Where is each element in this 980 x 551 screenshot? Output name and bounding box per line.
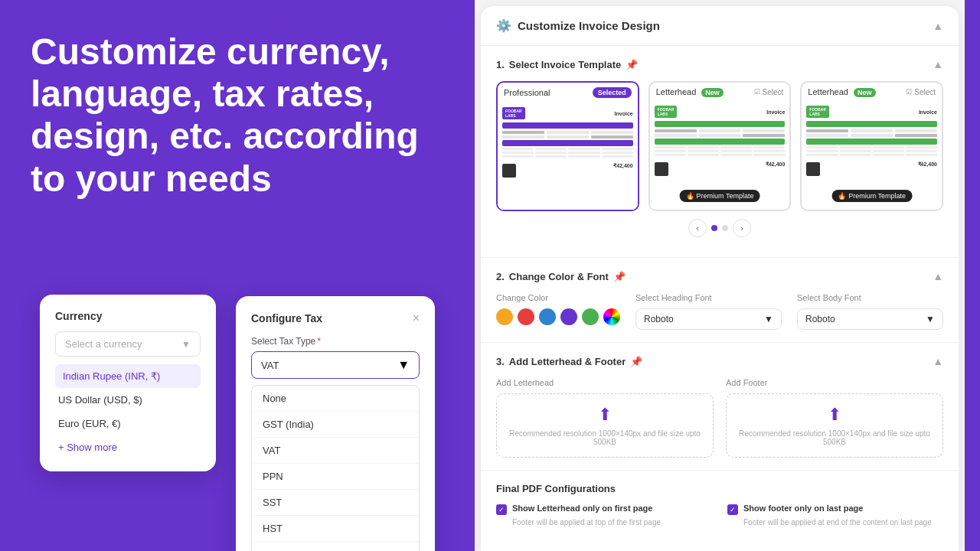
color-group: Change Color — [496, 293, 620, 325]
color-font-grid: Change Color Select Heading Font Roboto — [496, 293, 943, 330]
tax-option-sst[interactable]: SST — [252, 490, 419, 516]
template-preview-3: FOOBARLABS Invoice — [802, 101, 942, 208]
currency-option-eur[interactable]: Euro (EUR, €) — [55, 412, 201, 435]
checkbox-letterhead-sub: Footer will be applied at top of the fir… — [512, 518, 712, 527]
template-card-letterhead-2[interactable]: Letterhead New ☑ Select FOOBARLABS In — [800, 81, 943, 211]
checkbox-row-1: Show Letterhead only on first page — [496, 504, 712, 515]
currency-select-placeholder: Select a currency — [65, 338, 142, 350]
currency-option-usd[interactable]: US Dollar (USD, $) — [55, 388, 201, 412]
template-preview-1: FOOBARLABS Invoice — [498, 103, 638, 210]
body-font-select[interactable]: Roboto ▼ — [797, 308, 943, 330]
tax-select-value: VAT — [261, 360, 279, 371]
tax-option-hst[interactable]: HST — [252, 516, 419, 542]
tax-card: Configure Tax × Select Tax Type* VAT ▼ N… — [236, 296, 435, 551]
color-swatch-purple[interactable] — [560, 308, 577, 325]
color-font-collapse[interactable]: ▲ — [933, 270, 943, 282]
tax-option-none[interactable]: None — [252, 386, 419, 412]
panel-title: Customize Invoice Design — [518, 19, 660, 32]
carousel-prev[interactable]: ‹ — [688, 219, 707, 237]
dot-2[interactable] — [722, 225, 728, 231]
footer-upload-label: Add Footer — [726, 378, 943, 387]
template-section: 1. Select Invoice Template 📌 ▲ Professio… — [481, 46, 959, 258]
premium-badge-1: 🔥 Premium Template — [680, 190, 760, 202]
currency-select-box[interactable]: Select a currency ▼ — [55, 331, 201, 357]
heading-font-label: Select Heading Font — [635, 293, 782, 302]
body-font-label: Select Body Font — [797, 293, 943, 302]
template-card-header-1: Professional Selected — [498, 83, 638, 103]
chevron-down-icon-font1: ▼ — [764, 314, 773, 324]
new-badge-1: New — [701, 88, 724, 97]
pdf-config-section: Final PDF Configurations Show Letterhead… — [481, 471, 959, 539]
color-swatches — [496, 308, 620, 325]
new-badge-2: New — [854, 88, 876, 97]
template-card-professional[interactable]: Professional Selected FOOBARLABS Invoice — [496, 81, 639, 211]
section-header: 1. Select Invoice Template 📌 ▲ — [496, 58, 943, 70]
pdf-config-grid: Show Letterhead only on first page Foote… — [496, 504, 943, 527]
tax-option-ppn[interactable]: PPN — [252, 464, 419, 490]
color-swatch-green[interactable] — [582, 308, 599, 325]
star-icon-2: 📌 — [613, 271, 626, 282]
heading-font-group: Select Heading Font Roboto ▼ — [635, 293, 782, 330]
checkbox-footer[interactable] — [727, 504, 738, 515]
select-button-1[interactable]: ☑ Select — [754, 88, 784, 96]
tax-option-vat[interactable]: VAT — [252, 438, 419, 464]
footer-upload-box[interactable]: ⬆ Recommended resolution 1000×140px and … — [726, 393, 943, 458]
template-card-letterhead-1[interactable]: Letterhead New ☑ Select FOOBARLABS In — [648, 81, 792, 211]
template-card-header-3: Letterhead New ☑ Select — [802, 83, 942, 101]
color-font-section: 2. Change Color & Font 📌 ▲ Change Color — [481, 258, 959, 343]
template-grid: Professional Selected FOOBARLABS Invoice — [496, 81, 943, 211]
section-title: 1. Select Invoice Template 📌 — [496, 59, 638, 70]
change-color-label: Change Color — [496, 293, 620, 302]
selected-badge: Selected — [593, 87, 632, 98]
letterhead-upload-box[interactable]: ⬆ Recommended resolution 1000×140px and … — [496, 393, 714, 458]
tax-select-box[interactable]: VAT ▼ — [251, 351, 420, 379]
invoice-panel: ⚙️ Customize Invoice Design ▲ 1. Select … — [481, 6, 959, 551]
heading-font-select[interactable]: Roboto ▼ — [635, 308, 782, 330]
currency-option-inr[interactable]: Indian Rupee (INR, ₹) — [55, 364, 201, 388]
body-font-group: Select Body Font Roboto ▼ — [797, 293, 943, 330]
star-icon: 📌 — [626, 59, 638, 70]
pdf-config-title: Final PDF Configurations — [496, 483, 943, 494]
upload-icon-1: ⬆ — [508, 405, 702, 425]
tax-card-title: Configure Tax — [251, 312, 322, 324]
color-swatch-orange[interactable] — [496, 308, 513, 325]
settings-icon: ⚙️ — [496, 18, 511, 33]
checkbox-letterhead-label: Show Letterhead only on first page — [512, 504, 652, 513]
checkbox-letterhead[interactable] — [496, 504, 507, 515]
carousel-dots: ‹ › — [496, 211, 943, 245]
checkbox-row-2: Show footer only on last page — [727, 504, 943, 515]
color-swatch-red[interactable] — [518, 308, 534, 325]
tax-dropdown: None GST (India) VAT PPN SST HST + Creat… — [251, 385, 420, 551]
left-section: Customize currency, language, tax rates,… — [0, 0, 475, 551]
show-more-currencies[interactable]: + Show more — [55, 439, 201, 456]
create-new-tax-button[interactable]: + Create New Tax — [252, 542, 419, 551]
template-preview-2: FOOBARLABS Invoice — [650, 101, 790, 208]
letterhead-section-header: 3. Add Letterhead & Footer 📌 ▲ — [496, 355, 943, 367]
dot-1[interactable] — [711, 225, 717, 231]
letterhead-collapse[interactable]: ▲ — [933, 355, 943, 367]
template-card-header-2: Letterhead New ☑ Select — [650, 83, 790, 101]
panel-header-left: ⚙️ Customize Invoice Design — [496, 18, 660, 33]
hero-title: Customize currency, language, tax rates,… — [31, 31, 444, 200]
section-collapse-icon[interactable]: ▲ — [933, 58, 943, 70]
checkbox-footer-sub: Footer will be applied at end of the con… — [743, 518, 943, 527]
color-swatch-blue[interactable] — [539, 308, 556, 325]
right-section: ⚙️ Customize Invoice Design ▲ 1. Select … — [475, 0, 965, 551]
chevron-down-icon-font2: ▼ — [926, 314, 935, 324]
tax-card-header: Configure Tax × — [251, 311, 420, 325]
mock-logo-2: FOOBARLABS — [655, 106, 678, 118]
letterhead-title: 3. Add Letterhead & Footer 📌 — [496, 356, 642, 367]
pdf-config-col-2: Show footer only on last page Footer wil… — [727, 504, 943, 527]
carousel-next[interactable]: › — [733, 219, 751, 237]
upload-grid: Add Letterhead ⬆ Recommended resolution … — [496, 378, 943, 458]
tax-option-gst[interactable]: GST (India) — [252, 412, 419, 438]
currency-card: Currency Select a currency ▼ Indian Rupe… — [40, 295, 216, 471]
color-swatch-multicolor[interactable] — [603, 308, 620, 325]
color-font-section-header: 2. Change Color & Font 📌 ▲ — [496, 270, 943, 282]
select-button-2[interactable]: ☑ Select — [906, 88, 936, 96]
collapse-icon[interactable]: ▲ — [933, 20, 943, 32]
close-icon[interactable]: × — [413, 311, 420, 325]
chevron-down-icon: ▼ — [397, 358, 410, 372]
tax-type-label: Select Tax Type* — [251, 336, 420, 347]
checkbox-footer-label: Show footer only on last page — [743, 504, 863, 513]
